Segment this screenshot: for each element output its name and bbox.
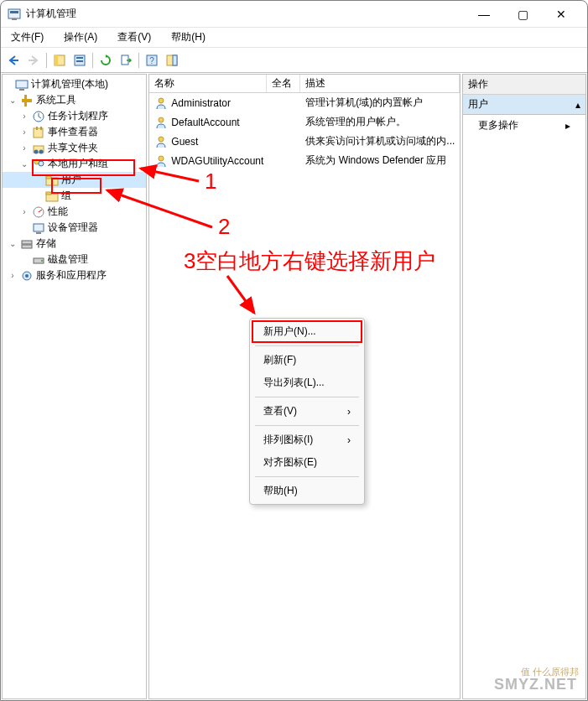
list-row[interactable]: Administrator管理计算机(域)的内置帐户 xyxy=(149,93,460,112)
tree-label: 存储 xyxy=(36,236,56,251)
tree-label: 共享文件夹 xyxy=(48,141,98,155)
tb-show-hide-button[interactable] xyxy=(50,51,69,70)
menu-help[interactable]: 帮助(H) xyxy=(252,480,362,502)
tree-shared-folders[interactable]: › 共享文件夹 xyxy=(3,140,146,156)
cell-fullname xyxy=(267,122,300,123)
device-icon xyxy=(32,221,45,235)
tree-label: 性能 xyxy=(48,205,68,219)
menu-file[interactable]: 文件(F) xyxy=(8,29,47,46)
menu-separator xyxy=(255,425,359,426)
tree-storage[interactable]: ⌄ 存储 xyxy=(3,236,146,252)
list-row[interactable]: DefaultAccount系统管理的用户帐户。 xyxy=(149,112,460,132)
nav-forward-button[interactable] xyxy=(24,51,43,70)
maximize-button[interactable]: ▢ xyxy=(510,4,535,24)
action-section-users[interactable]: 用户 ▴ xyxy=(463,95,585,115)
svg-text:?: ? xyxy=(149,56,154,65)
tb-properties-button[interactable] xyxy=(70,51,89,70)
menu-separator xyxy=(255,476,359,477)
menu-separator xyxy=(255,345,359,346)
tree-system-tools[interactable]: ⌄ 系统工具 xyxy=(3,92,146,108)
event-icon xyxy=(32,126,45,139)
expander-icon[interactable]: › xyxy=(19,112,29,121)
menu-help[interactable]: 帮助(H) xyxy=(168,29,209,46)
expander-icon[interactable]: ⌄ xyxy=(8,239,18,248)
list-row[interactable]: WDAGUtilityAccount系统为 Windows Defender 应… xyxy=(149,151,460,170)
expander-icon[interactable]: › xyxy=(8,271,18,280)
menu-separator xyxy=(255,397,359,397)
svg-point-41 xyxy=(159,137,164,142)
titlebar: 计算机管理 — ▢ ✕ xyxy=(1,1,587,28)
expander-icon[interactable]: › xyxy=(19,127,29,137)
action-more[interactable]: 更多操作 ▸ xyxy=(463,115,585,136)
tb-help-button[interactable]: ? xyxy=(143,51,161,70)
window-controls: — ▢ ✕ xyxy=(471,4,574,24)
svg-rect-31 xyxy=(34,224,44,231)
action-panel: 操作 用户 ▴ 更多操作 ▸ xyxy=(462,74,586,699)
cell-fullname xyxy=(267,141,300,143)
expander-icon[interactable]: › xyxy=(19,207,29,216)
minimize-button[interactable]: — xyxy=(471,4,497,24)
tree-root[interactable]: 计算机管理(本地) xyxy=(3,76,146,92)
svg-rect-27 xyxy=(46,176,51,179)
nav-tree: 计算机管理(本地) ⌄ 系统工具 › 任务计划程序 › 事件查看器 xyxy=(3,75,146,285)
tree-disk-management[interactable]: 磁盘管理 xyxy=(3,252,146,267)
nav-back-button[interactable] xyxy=(4,51,23,70)
tree-groups[interactable]: 组 xyxy=(3,188,146,204)
cell-name: WDAGUtilityAccount xyxy=(171,155,263,167)
toolbar-separator xyxy=(92,53,93,68)
col-description[interactable]: 描述 xyxy=(300,75,460,92)
tb-export-button[interactable] xyxy=(117,51,135,70)
folder-icon xyxy=(45,190,59,203)
menu-view[interactable]: 查看(V)› xyxy=(252,400,362,423)
close-button[interactable]: ✕ xyxy=(549,4,574,24)
menu-arrange-icons[interactable]: 排列图标(I)› xyxy=(252,428,362,451)
expander-icon[interactable]: ⌄ xyxy=(8,96,18,105)
share-icon xyxy=(32,142,45,155)
svg-rect-7 xyxy=(76,60,83,62)
svg-rect-33 xyxy=(22,241,32,244)
tree-label: 事件查看器 xyxy=(48,125,98,139)
tb-refresh-button[interactable] xyxy=(96,51,115,70)
toolbar-separator xyxy=(46,53,47,68)
app-icon xyxy=(8,8,21,21)
menu-view[interactable]: 查看(V) xyxy=(114,29,154,46)
users-groups-icon xyxy=(32,158,45,171)
tb-action-pane-button[interactable] xyxy=(163,51,181,70)
performance-icon xyxy=(32,205,45,219)
cell-desc: 系统管理的用户帐户。 xyxy=(300,114,460,130)
menu-action[interactable]: 操作(A) xyxy=(60,29,101,46)
window-root: 计算机管理 — ▢ ✕ 文件(F) 操作(A) 查看(V) 帮助(H) ? xyxy=(0,0,588,701)
tree-event-viewer[interactable]: › 事件查看器 xyxy=(3,124,146,140)
tree-services-apps[interactable]: › 服务和应用程序 xyxy=(3,267,146,283)
cell-desc: 系统为 Windows Defender 应用 xyxy=(300,153,460,169)
svg-point-38 xyxy=(25,274,29,278)
tree-local-users-groups[interactable]: ⌄ 本地用户和组 xyxy=(3,156,146,172)
clock-icon xyxy=(32,110,45,123)
tree-device-manager[interactable]: 设备管理器 xyxy=(3,220,146,236)
tree-label: 组 xyxy=(61,189,71,203)
list-row[interactable]: Guest供来宾访问计算机或访问域的内... xyxy=(149,132,460,151)
tree-task-scheduler[interactable]: › 任务计划程序 xyxy=(3,108,146,124)
tree-label: 服务和应用程序 xyxy=(36,268,107,283)
tools-icon xyxy=(20,94,34,107)
svg-rect-0 xyxy=(8,9,20,18)
cell-name: DefaultAccount xyxy=(171,117,239,128)
col-fullname[interactable]: 全名 xyxy=(267,75,300,92)
svg-rect-6 xyxy=(76,57,83,59)
user-icon xyxy=(154,154,168,168)
svg-rect-19 xyxy=(36,127,38,130)
svg-rect-12 xyxy=(173,55,177,65)
menu-align-icons[interactable]: 对齐图标(E) xyxy=(252,451,362,474)
svg-point-23 xyxy=(39,149,44,153)
user-icon xyxy=(154,135,168,148)
menu-export-list[interactable]: 导出列表(L)... xyxy=(252,371,362,394)
expander-icon[interactable]: ⌄ xyxy=(19,159,29,169)
expander-icon[interactable]: › xyxy=(19,143,29,153)
tree-label: 用户 xyxy=(61,173,81,187)
col-name[interactable]: 名称 xyxy=(149,75,267,92)
tree-performance[interactable]: › 性能 xyxy=(3,204,146,220)
tree-users[interactable]: 用户 xyxy=(3,172,146,188)
menu-new-user[interactable]: 新用户(N)... xyxy=(252,320,362,343)
storage-icon xyxy=(20,237,34,251)
menu-refresh[interactable]: 刷新(F) xyxy=(252,349,362,371)
